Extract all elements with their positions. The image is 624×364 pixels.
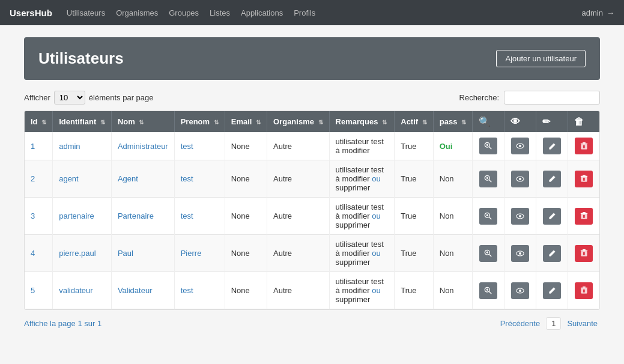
nav-profils[interactable]: Profils <box>294 8 315 17</box>
cell-pass: Non <box>433 198 472 235</box>
col-organisme[interactable]: Organisme ⇅ <box>267 111 330 132</box>
svg-rect-51 <box>583 290 583 293</box>
nav-organismes[interactable]: Organismes <box>116 8 158 17</box>
cell-prenom: test <box>174 198 225 235</box>
nom-link[interactable]: Partenaire <box>118 211 154 220</box>
identifiant-link[interactable]: pierre.paul <box>59 249 95 258</box>
search-input[interactable] <box>504 91 600 105</box>
nav-utilisateurs[interactable]: Utilisateurs <box>67 8 105 17</box>
search-user-button[interactable] <box>479 282 497 299</box>
remarques-link[interactable]: ou <box>372 249 380 258</box>
remarques-link[interactable]: ou <box>372 174 380 183</box>
prenom-link[interactable]: test <box>181 211 193 220</box>
cell-actif: True <box>395 198 434 235</box>
col-nom[interactable]: Nom ⇅ <box>111 111 174 132</box>
delete-user-button[interactable] <box>575 245 593 262</box>
col-pass[interactable]: pass ⇅ <box>433 111 472 132</box>
identifiant-link[interactable]: admin <box>59 142 80 151</box>
col-remarques[interactable]: Remarques ⇅ <box>329 111 395 132</box>
col-prenom[interactable]: Prenom ⇅ <box>174 111 225 132</box>
svg-rect-7 <box>583 145 583 148</box>
delete-user-button[interactable] <box>575 282 593 299</box>
view-user-button[interactable] <box>511 138 529 154</box>
cell-action-edit <box>536 235 568 272</box>
prenom-link[interactable]: Pierre <box>181 249 202 258</box>
svg-rect-29 <box>583 215 583 218</box>
id-link[interactable]: 4 <box>31 249 35 258</box>
cell-identifiant: admin <box>53 132 112 160</box>
cell-id: 3 <box>25 198 53 235</box>
search-user-button[interactable] <box>479 171 497 187</box>
col-identifiant[interactable]: Identifiant ⇅ <box>53 111 112 132</box>
edit-user-button[interactable] <box>543 138 561 154</box>
svg-line-45 <box>489 291 491 294</box>
view-user-button[interactable] <box>511 208 529 225</box>
view-user-button[interactable] <box>511 282 529 299</box>
nom-link[interactable]: Administrateur <box>118 142 168 151</box>
next-page-button[interactable]: Suivante <box>565 318 600 329</box>
col-action-view: 👁 <box>504 111 536 132</box>
search-label: Recherche: <box>459 93 499 102</box>
svg-rect-6 <box>581 144 587 149</box>
prenom-link[interactable]: test <box>181 142 193 151</box>
col-actif[interactable]: Actif ⇅ <box>395 111 434 132</box>
svg-rect-9 <box>580 143 587 144</box>
nav-applications[interactable]: Applications <box>241 8 283 17</box>
edit-user-button[interactable] <box>543 282 561 299</box>
svg-line-23 <box>489 217 491 219</box>
cell-email: None <box>225 272 267 309</box>
prenom-link[interactable]: test <box>181 286 193 295</box>
edit-user-button[interactable] <box>543 245 561 262</box>
col-id[interactable]: Id ⇅ <box>25 111 53 132</box>
id-link[interactable]: 1 <box>31 142 35 151</box>
id-link[interactable]: 5 <box>31 286 35 295</box>
id-link[interactable]: 2 <box>31 174 35 183</box>
cell-pass: Non <box>433 272 472 309</box>
edit-user-button[interactable] <box>543 208 561 225</box>
id-link[interactable]: 3 <box>31 211 35 220</box>
cell-id: 4 <box>25 235 53 272</box>
remarques-link[interactable]: ou <box>372 211 380 220</box>
view-user-button[interactable] <box>511 245 529 262</box>
svg-line-12 <box>489 180 491 182</box>
cell-nom: Paul <box>111 235 174 272</box>
identifiant-link[interactable]: partenaire <box>59 211 94 220</box>
table-wrap: Id ⇅ Identifiant ⇅ Nom ⇅ Prenom ⇅ Email … <box>24 111 600 310</box>
delete-user-button[interactable] <box>575 171 593 187</box>
nav-listes[interactable]: Listes <box>210 8 230 17</box>
controls-right: Recherche: <box>459 91 600 105</box>
logout-icon[interactable]: → <box>607 8 614 17</box>
identifiant-link[interactable]: validateur <box>59 286 92 295</box>
edit-header-icon: ✏ <box>542 117 550 127</box>
cell-prenom: test <box>174 132 225 160</box>
view-user-button[interactable] <box>511 171 529 187</box>
col-email[interactable]: Email ⇅ <box>225 111 267 132</box>
table-row: 1 admin Administrateur test None Autre u… <box>25 132 599 160</box>
navbar-brand[interactable]: UsersHub <box>10 8 52 18</box>
search-user-button[interactable] <box>479 245 497 262</box>
cell-identifiant: validateur <box>53 272 112 309</box>
svg-rect-32 <box>583 212 586 213</box>
remarques-link[interactable]: ou <box>372 286 380 295</box>
nom-link[interactable]: Validateur <box>118 286 153 295</box>
prenom-link[interactable]: test <box>181 174 193 183</box>
svg-rect-43 <box>583 249 586 250</box>
search-user-button[interactable] <box>479 138 497 154</box>
cell-email: None <box>225 160 267 198</box>
svg-point-38 <box>519 252 521 255</box>
delete-user-button[interactable] <box>575 208 593 225</box>
search-user-button[interactable] <box>479 208 497 225</box>
pagination-controls: Précédente 1 Suivante <box>498 317 600 330</box>
add-user-button[interactable]: Ajouter un utilisateur <box>496 50 586 67</box>
nom-link[interactable]: Paul <box>118 249 133 258</box>
nav-groupes[interactable]: Groupes <box>169 8 199 17</box>
cell-pass: Non <box>433 235 472 272</box>
prev-page-button[interactable]: Précédente <box>498 318 543 329</box>
identifiant-link[interactable]: agent <box>59 174 79 183</box>
nom-link[interactable]: Agent <box>118 174 138 183</box>
per-page-select[interactable]: 10 25 50 100 <box>54 91 85 105</box>
col-action-delete: 🗑 <box>568 111 600 132</box>
delete-user-button[interactable] <box>575 138 593 154</box>
edit-user-button[interactable] <box>543 171 561 187</box>
cell-actif: True <box>395 132 434 160</box>
